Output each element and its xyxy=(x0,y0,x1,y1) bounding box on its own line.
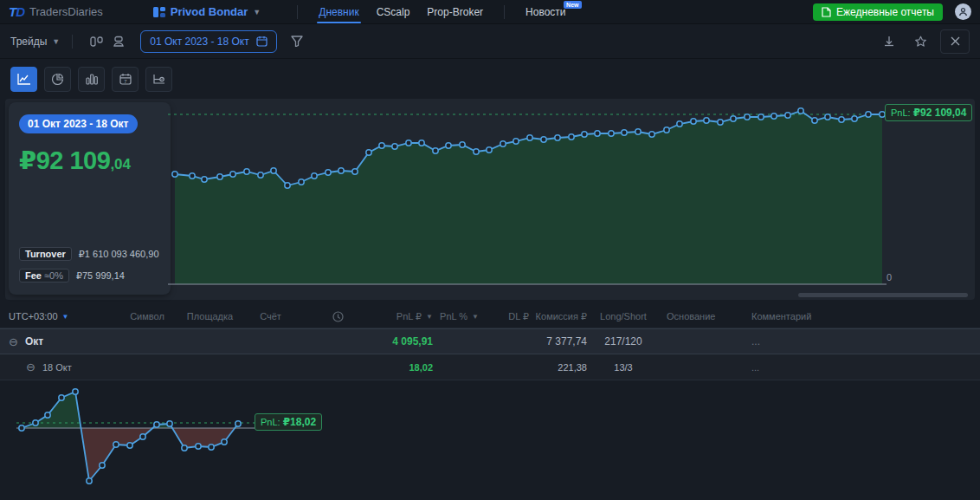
col-symbol[interactable]: Символ xyxy=(113,311,182,321)
col-account[interactable]: Счёт xyxy=(238,311,303,321)
chart-type-tabs: 7 xyxy=(0,59,980,99)
fee-label: Fee ≈0% xyxy=(19,269,69,282)
calendar-icon xyxy=(256,36,268,47)
pie-chart-tab[interactable] xyxy=(44,67,71,92)
table-row-month[interactable]: ⊖Окт 4 095,91 7 377,74 217/120 ... xyxy=(0,328,980,354)
col-pnl-pct[interactable]: PnL %▼ xyxy=(433,311,479,321)
person-icon xyxy=(958,7,968,16)
col-commission[interactable]: Комиссия ₽ xyxy=(529,311,587,322)
commission-value: 221,38 xyxy=(529,362,587,373)
pnl-flag-main: PnL: ₽92 109,04 xyxy=(885,104,972,121)
top-bar: TD TradersDiaries Privod Bondar ▼ Дневни… xyxy=(0,0,980,24)
date-range-badge: 01 Окт 2023 - 18 Окт xyxy=(19,114,138,133)
calendar-week-tab[interactable]: 7 xyxy=(112,67,139,92)
clock-column-icon[interactable] xyxy=(303,311,372,322)
col-dl-rub[interactable]: DL ₽ xyxy=(479,311,529,322)
col-long-short[interactable]: Long/Short xyxy=(587,311,660,321)
main-nav: Дневник CScalp Prop-Broker Новости New xyxy=(285,0,574,23)
workspace-name: Privod Bondar xyxy=(171,5,248,18)
pnl-value: 4 095,91 xyxy=(372,335,433,347)
fee-value: ₽75 999,14 xyxy=(76,270,125,282)
long-short-value: 13/3 xyxy=(587,362,660,373)
pnl-value: 18,02 xyxy=(372,362,433,373)
comment-value: ... xyxy=(745,362,980,373)
commission-value: 7 377,74 xyxy=(529,335,587,347)
timezone-select[interactable]: UTC+03:00▼ xyxy=(0,311,113,321)
table-row-day[interactable]: ⊖18 Окт 18,02 221,38 13/3 ... xyxy=(0,354,980,380)
date-range-picker[interactable]: 01 Окт 2023 - 18 Окт xyxy=(140,30,277,53)
tab-diary[interactable]: Дневник xyxy=(310,0,367,23)
turnover-row: Turnover ₽1 610 093 460,90 xyxy=(19,247,159,261)
turnover-value: ₽1 610 093 460,90 xyxy=(79,249,159,260)
cumulative-pnl-chart[interactable] xyxy=(168,101,887,287)
compare-view-icon[interactable] xyxy=(85,31,107,52)
comment-value: ... xyxy=(745,335,980,347)
turnover-label: Turnover xyxy=(19,247,72,261)
download-icon[interactable] xyxy=(878,31,900,52)
trades-table: UTC+03:00▼ Символ Площадка Счёт PnL ₽▼ P… xyxy=(0,305,980,380)
svg-text:7: 7 xyxy=(124,79,127,84)
divider xyxy=(72,35,73,49)
chart-toolbar: Трейды ▼ 01 Окт 2023 - 18 Окт xyxy=(0,24,980,59)
collapse-icon[interactable]: ⊖ xyxy=(26,360,35,373)
table-header-row: UTC+03:00▼ Символ Площадка Счёт PnL ₽▼ P… xyxy=(0,305,980,328)
document-icon xyxy=(822,7,831,17)
divider xyxy=(504,5,505,19)
filter-icon[interactable] xyxy=(286,31,308,52)
logo-icon: TD xyxy=(9,4,24,19)
col-basis[interactable]: Основание xyxy=(660,311,745,321)
zero-axis-label: 0 xyxy=(887,272,892,282)
summary-card: 01 Окт 2023 - 18 Окт ₽92 109,04 Turnover… xyxy=(9,102,171,295)
sort-icon: ▼ xyxy=(472,313,479,321)
trades-select[interactable]: Трейды ▼ xyxy=(10,36,60,48)
pnl-flag-day: PnL: ₽18,02 xyxy=(255,413,322,431)
horizontal-scrollbar[interactable] xyxy=(798,293,968,297)
negative-area-fill xyxy=(22,392,238,481)
tab-prop-broker[interactable]: Prop-Broker xyxy=(418,0,492,23)
workspace-selector[interactable]: Privod Bondar ▼ xyxy=(153,5,261,18)
close-icon xyxy=(951,36,960,46)
intraday-pnl-chart[interactable] xyxy=(12,384,324,495)
long-short-value: 217/120 xyxy=(587,335,660,347)
divider xyxy=(297,5,298,19)
intraday-pnl-panel: PnL: ₽18,02 xyxy=(0,380,980,499)
tab-news[interactable]: Новости New xyxy=(517,0,574,23)
user-avatar[interactable] xyxy=(955,3,971,20)
list-view-icon[interactable] xyxy=(107,31,130,52)
sort-icon: ▼ xyxy=(426,313,433,321)
fee-row: Fee ≈0% ₽75 999,14 xyxy=(19,269,159,282)
line-chart-tab[interactable] xyxy=(10,67,37,92)
app-title: TradersDiaries xyxy=(29,5,103,18)
collapse-icon[interactable]: ⊖ xyxy=(9,335,18,348)
close-button[interactable] xyxy=(940,29,970,54)
axis-chart-tab[interactable] xyxy=(145,67,172,92)
cumulative-pnl-panel: 01 Окт 2023 - 18 Окт ₽92 109,04 Turnover… xyxy=(5,99,975,300)
daily-reports-button[interactable]: Ежедневные отчеты xyxy=(813,3,943,21)
col-venue[interactable]: Площадка xyxy=(182,311,238,321)
chevron-down-icon: ▼ xyxy=(52,37,60,46)
workspace-icon xyxy=(153,7,165,17)
chevron-down-icon: ▼ xyxy=(253,8,261,16)
new-badge: New xyxy=(564,1,581,9)
col-comment[interactable]: Комментарий xyxy=(745,311,980,321)
col-pnl-rub[interactable]: PnL ₽▼ xyxy=(372,311,433,322)
favorite-star-icon[interactable] xyxy=(909,31,932,52)
bar-chart-tab[interactable] xyxy=(78,67,105,92)
tab-cscalp[interactable]: CScalp xyxy=(368,0,419,23)
total-pnl-value: ₽92 109,04 xyxy=(19,146,160,175)
app-logo[interactable]: TD TradersDiaries xyxy=(9,4,103,19)
chevron-down-icon: ▼ xyxy=(62,313,69,321)
